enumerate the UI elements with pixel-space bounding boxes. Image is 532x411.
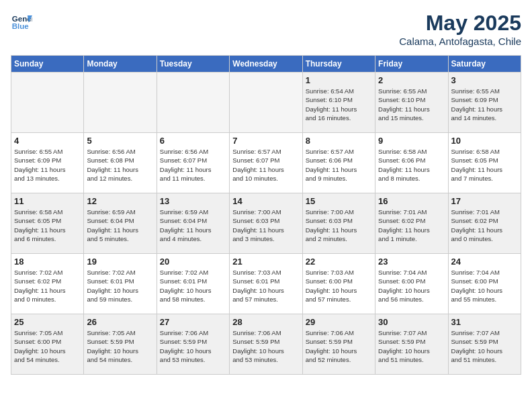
calendar-cell: 3Sunrise: 6:55 AM Sunset: 6:09 PM Daylig…	[448, 73, 521, 133]
calendar-table: SundayMondayTuesdayWednesdayThursdayFrid…	[11, 55, 521, 375]
calendar-cell: 18Sunrise: 7:02 AM Sunset: 6:02 PM Dayli…	[11, 254, 84, 314]
calendar-cell: 27Sunrise: 7:06 AM Sunset: 5:59 PM Dayli…	[157, 314, 229, 375]
day-info: Sunrise: 7:02 AM Sunset: 6:02 PM Dayligh…	[14, 268, 81, 304]
calendar-cell: 4Sunrise: 6:55 AM Sunset: 6:09 PM Daylig…	[11, 133, 84, 193]
day-info: Sunrise: 7:02 AM Sunset: 6:01 PM Dayligh…	[160, 268, 226, 304]
calendar-cell: 29Sunrise: 7:06 AM Sunset: 5:59 PM Dayli…	[302, 314, 375, 375]
day-info: Sunrise: 6:56 AM Sunset: 6:07 PM Dayligh…	[160, 147, 226, 183]
month-title: May 2025	[399, 11, 521, 36]
day-info: Sunrise: 7:04 AM Sunset: 6:00 PM Dayligh…	[451, 268, 518, 304]
day-number: 10	[451, 136, 518, 146]
day-number: 3	[451, 75, 518, 85]
day-number: 16	[378, 196, 445, 206]
day-info: Sunrise: 7:00 AM Sunset: 6:03 PM Dayligh…	[232, 208, 299, 243]
calendar-cell: 9Sunrise: 6:58 AM Sunset: 6:06 PM Daylig…	[375, 133, 448, 193]
weekday-header-monday: Monday	[84, 56, 157, 73]
day-number: 9	[378, 136, 445, 146]
calendar-cell: 19Sunrise: 7:02 AM Sunset: 6:01 PM Dayli…	[84, 254, 157, 314]
day-number: 21	[232, 257, 299, 267]
day-number: 4	[14, 136, 81, 146]
calendar-cell: 6Sunrise: 6:56 AM Sunset: 6:07 PM Daylig…	[157, 133, 229, 193]
logo: General Blue	[11, 11, 32, 32]
day-info: Sunrise: 7:05 AM Sunset: 6:00 PM Dayligh…	[14, 328, 81, 364]
weekday-header-row: SundayMondayTuesdayWednesdayThursdayFrid…	[11, 56, 521, 73]
day-info: Sunrise: 6:57 AM Sunset: 6:07 PM Dayligh…	[232, 147, 299, 183]
weekday-header-thursday: Thursday	[302, 56, 375, 73]
day-info: Sunrise: 6:57 AM Sunset: 6:06 PM Dayligh…	[306, 147, 372, 183]
weekday-header-saturday: Saturday	[448, 56, 521, 73]
day-info: Sunrise: 7:01 AM Sunset: 6:02 PM Dayligh…	[378, 208, 445, 243]
day-info: Sunrise: 7:06 AM Sunset: 5:59 PM Dayligh…	[160, 328, 226, 364]
location: Calama, Antofagasta, Chile	[399, 36, 521, 47]
day-info: Sunrise: 6:58 AM Sunset: 6:05 PM Dayligh…	[451, 147, 518, 183]
weekday-header-wednesday: Wednesday	[230, 56, 302, 73]
calendar-cell: 28Sunrise: 7:06 AM Sunset: 5:59 PM Dayli…	[230, 314, 302, 375]
day-number: 11	[14, 196, 81, 206]
day-number: 7	[232, 136, 299, 146]
day-info: Sunrise: 7:00 AM Sunset: 6:03 PM Dayligh…	[306, 208, 372, 243]
logo-icon: General Blue	[11, 11, 32, 32]
calendar-cell: 12Sunrise: 6:59 AM Sunset: 6:04 PM Dayli…	[84, 193, 157, 254]
day-info: Sunrise: 6:55 AM Sunset: 6:09 PM Dayligh…	[451, 87, 518, 122]
day-number: 28	[232, 317, 299, 327]
page-header: General Blue May 2025 Calama, Antofagast…	[11, 11, 521, 47]
day-number: 12	[87, 196, 153, 206]
calendar-cell: 11Sunrise: 6:58 AM Sunset: 6:05 PM Dayli…	[11, 193, 84, 254]
day-number: 8	[306, 136, 372, 146]
weekday-header-friday: Friday	[375, 56, 448, 73]
day-info: Sunrise: 7:02 AM Sunset: 6:01 PM Dayligh…	[87, 268, 153, 304]
day-number: 6	[160, 136, 226, 146]
day-number: 23	[378, 257, 445, 267]
calendar-cell: 2Sunrise: 6:55 AM Sunset: 6:10 PM Daylig…	[375, 73, 448, 133]
calendar-cell: 1Sunrise: 6:54 AM Sunset: 6:10 PM Daylig…	[302, 73, 375, 133]
day-info: Sunrise: 6:55 AM Sunset: 6:09 PM Dayligh…	[14, 147, 81, 183]
svg-text:Blue: Blue	[12, 22, 30, 30]
day-number: 27	[160, 317, 226, 327]
calendar-cell: 8Sunrise: 6:57 AM Sunset: 6:06 PM Daylig…	[302, 133, 375, 193]
calendar-cell	[157, 73, 229, 133]
day-info: Sunrise: 7:06 AM Sunset: 5:59 PM Dayligh…	[232, 328, 299, 364]
calendar-cell: 25Sunrise: 7:05 AM Sunset: 6:00 PM Dayli…	[11, 314, 84, 375]
calendar-cell: 14Sunrise: 7:00 AM Sunset: 6:03 PM Dayli…	[230, 193, 302, 254]
day-number: 19	[87, 257, 153, 267]
day-info: Sunrise: 7:03 AM Sunset: 6:01 PM Dayligh…	[232, 268, 299, 304]
day-number: 24	[451, 257, 518, 267]
day-number: 26	[87, 317, 153, 327]
day-info: Sunrise: 7:04 AM Sunset: 6:00 PM Dayligh…	[378, 268, 445, 304]
day-number: 18	[14, 257, 81, 267]
calendar-cell: 15Sunrise: 7:00 AM Sunset: 6:03 PM Dayli…	[302, 193, 375, 254]
week-row-3: 11Sunrise: 6:58 AM Sunset: 6:05 PM Dayli…	[11, 193, 521, 254]
week-row-4: 18Sunrise: 7:02 AM Sunset: 6:02 PM Dayli…	[11, 254, 521, 314]
day-number: 22	[306, 257, 372, 267]
calendar-cell: 26Sunrise: 7:05 AM Sunset: 5:59 PM Dayli…	[84, 314, 157, 375]
day-info: Sunrise: 6:58 AM Sunset: 6:06 PM Dayligh…	[378, 147, 445, 183]
week-row-5: 25Sunrise: 7:05 AM Sunset: 6:00 PM Dayli…	[11, 314, 521, 375]
day-number: 20	[160, 257, 226, 267]
calendar-cell: 23Sunrise: 7:04 AM Sunset: 6:00 PM Dayli…	[375, 254, 448, 314]
title-block: May 2025 Calama, Antofagasta, Chile	[399, 11, 521, 47]
day-number: 30	[378, 317, 445, 327]
day-info: Sunrise: 7:07 AM Sunset: 5:59 PM Dayligh…	[451, 328, 518, 364]
calendar-cell: 31Sunrise: 7:07 AM Sunset: 5:59 PM Dayli…	[448, 314, 521, 375]
day-number: 29	[306, 317, 372, 327]
day-number: 1	[306, 75, 372, 85]
weekday-header-sunday: Sunday	[11, 56, 84, 73]
day-info: Sunrise: 6:58 AM Sunset: 6:05 PM Dayligh…	[14, 208, 81, 243]
day-number: 2	[378, 75, 445, 85]
calendar-cell	[84, 73, 157, 133]
day-number: 5	[87, 136, 153, 146]
day-info: Sunrise: 7:07 AM Sunset: 5:59 PM Dayligh…	[378, 328, 445, 364]
calendar-cell	[230, 73, 302, 133]
day-number: 13	[160, 196, 226, 206]
calendar-cell: 22Sunrise: 7:03 AM Sunset: 6:00 PM Dayli…	[302, 254, 375, 314]
day-number: 25	[14, 317, 81, 327]
calendar-cell: 21Sunrise: 7:03 AM Sunset: 6:01 PM Dayli…	[230, 254, 302, 314]
day-info: Sunrise: 6:59 AM Sunset: 6:04 PM Dayligh…	[87, 208, 153, 243]
day-number: 17	[451, 196, 518, 206]
calendar-cell: 13Sunrise: 6:59 AM Sunset: 6:04 PM Dayli…	[157, 193, 229, 254]
day-info: Sunrise: 6:56 AM Sunset: 6:08 PM Dayligh…	[87, 147, 153, 183]
day-number: 14	[232, 196, 299, 206]
calendar-cell: 17Sunrise: 7:01 AM Sunset: 6:02 PM Dayli…	[448, 193, 521, 254]
calendar-cell: 7Sunrise: 6:57 AM Sunset: 6:07 PM Daylig…	[230, 133, 302, 193]
day-number: 15	[306, 196, 372, 206]
